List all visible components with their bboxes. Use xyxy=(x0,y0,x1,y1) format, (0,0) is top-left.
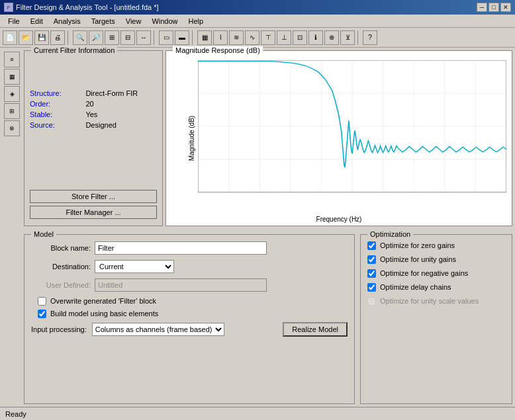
opt-negative-gains-checkbox[interactable] xyxy=(367,269,376,278)
order-key: Order: xyxy=(30,100,80,108)
toolbar-analysis7[interactable]: ⊡ xyxy=(293,30,307,45)
user-defined-input[interactable] xyxy=(95,278,267,292)
destination-select[interactable]: Current New xyxy=(95,260,174,273)
block-name-label: Block name: xyxy=(31,244,91,252)
source-value: Designed xyxy=(85,121,157,129)
input-proc-select[interactable]: Columns as channels (frame based) Elemen… xyxy=(92,323,224,336)
toolbar-zoom-fit[interactable]: ⊟ xyxy=(120,30,135,45)
menu-window[interactable]: Window xyxy=(146,16,183,26)
filter-buttons: Store Filter ... Filter Manager ... xyxy=(30,190,157,219)
toolbar-save[interactable]: 💾 xyxy=(34,30,49,45)
optimization-panel-label: Optimization xyxy=(367,230,413,238)
order-value: 20 xyxy=(85,100,157,108)
menu-file[interactable]: File xyxy=(3,16,25,26)
stable-value: Yes xyxy=(85,110,157,118)
build-model-checkbox[interactable] xyxy=(38,310,46,318)
toolbar-open[interactable]: 📂 xyxy=(19,30,33,45)
toolbar-sep2 xyxy=(154,30,156,45)
sidebar-btn-5[interactable]: ⊗ xyxy=(4,120,20,136)
opt-unity-gains-label[interactable]: Optimize for unity gains xyxy=(380,255,456,263)
filter-manager-button[interactable]: Filter Manager ... xyxy=(30,206,157,219)
toolbar-analysis6[interactable]: ⊥ xyxy=(277,30,291,45)
x-axis-label: Frequency (Hz) xyxy=(316,216,362,223)
stable-key: Stable: xyxy=(30,110,80,118)
user-defined-row: User Defined: xyxy=(31,278,348,292)
block-name-row: Block name: xyxy=(31,241,348,255)
y-axis-label: Magnitude (dB) xyxy=(188,116,195,161)
filter-properties: Structure: Direct-Form FIR Order: 20 Sta… xyxy=(30,89,157,129)
toolbar-zoom-x[interactable]: ↔ xyxy=(136,30,151,45)
toolbar-zoom-in[interactable]: 🔍 xyxy=(73,30,87,45)
model-panel: Model Block name: Destination: Current N… xyxy=(24,234,355,405)
filter-info-label: Current Filter Information xyxy=(31,46,117,54)
title-bar: F Filter Design & Analysis Tool - [untit… xyxy=(0,0,515,15)
toolbar-analysis9[interactable]: ⊕ xyxy=(324,30,339,45)
toolbar-sep1 xyxy=(68,30,70,45)
sidebar-btn-3[interactable]: ◈ xyxy=(4,86,20,102)
input-proc-label: Input processing: xyxy=(31,325,87,333)
toolbar-analysis4[interactable]: ∿ xyxy=(245,30,259,45)
opt-delay-chains-row: Optimize delay chains xyxy=(367,283,505,292)
overwrite-checkbox[interactable] xyxy=(38,297,46,306)
overwrite-row: Overwrite generated 'Filter' block xyxy=(31,297,348,306)
opt-delay-chains-label[interactable]: Optimize delay chains xyxy=(380,283,451,291)
build-model-row: Build model using basic elements xyxy=(31,310,348,318)
opt-zero-gains-checkbox[interactable] xyxy=(367,241,376,250)
filter-info-panel: Current Filter Information Structure: Di… xyxy=(24,50,163,226)
opt-zero-gains-row: Optimize for zero gains xyxy=(367,241,505,250)
toolbar-print[interactable]: 🖨 xyxy=(50,30,65,45)
toolbar-analysis8[interactable]: ℹ xyxy=(308,30,323,45)
chart-container: Magnitude (dB) Frequency (Hz) xyxy=(166,51,512,226)
destination-label: Destination: xyxy=(31,263,91,271)
minimize-button[interactable]: ─ xyxy=(477,3,487,12)
build-model-label[interactable]: Build model using basic elements xyxy=(50,310,158,317)
toolbar-new[interactable]: 📄 xyxy=(3,30,17,45)
realize-model-button[interactable]: Realize Model xyxy=(283,322,348,337)
status-text: Ready xyxy=(5,410,26,418)
opt-unity-gains-row: Optimize for unity gains xyxy=(367,255,505,264)
menu-edit[interactable]: Edit xyxy=(25,16,48,26)
toolbar-zoom-out[interactable]: 🔎 xyxy=(89,30,103,45)
optimization-panel: Optimization Optimize for zero gains Opt… xyxy=(360,234,512,405)
left-sidebar: ≡ ▦ ◈ ⊞ ⊗ xyxy=(3,50,21,404)
toolbar-toggle2[interactable]: ▬ xyxy=(175,30,189,45)
structure-key: Structure: xyxy=(30,89,80,97)
toolbar-analysis5[interactable]: ⊤ xyxy=(261,30,275,45)
sidebar-btn-2[interactable]: ▦ xyxy=(4,69,20,85)
store-filter-button[interactable]: Store Filter ... xyxy=(30,190,157,203)
toolbar-sep4 xyxy=(357,30,360,45)
magnitude-chart: 0 -20 -40 -60 0 50 100 150 200 250 300 3… xyxy=(198,60,506,192)
opt-zero-gains-label[interactable]: Optimize for zero gains xyxy=(380,241,455,249)
menu-view[interactable]: View xyxy=(120,16,147,26)
structure-value: Direct-Form FIR xyxy=(85,89,157,97)
menu-targets[interactable]: Targets xyxy=(86,16,120,26)
sidebar-btn-1[interactable]: ≡ xyxy=(4,52,20,67)
toolbar-help[interactable]: ? xyxy=(363,30,377,45)
opt-unity-scale-label: Optimize for unity scale values xyxy=(380,297,479,305)
toolbar-analysis3[interactable]: ≋ xyxy=(229,30,244,45)
opt-negative-gains-label[interactable]: Optimize for negative gains xyxy=(380,269,468,277)
destination-row: Destination: Current New xyxy=(31,260,348,273)
toolbar-analysis1[interactable]: ▦ xyxy=(197,30,212,45)
toolbar-analysis2[interactable]: ⌇ xyxy=(213,30,228,45)
toolbar-toggle1[interactable]: ▭ xyxy=(159,30,173,45)
opt-unity-scale-checkbox[interactable] xyxy=(367,297,376,306)
close-button[interactable]: ✕ xyxy=(500,3,511,12)
chart-panel: Magnitude Response (dB) Magnitude (dB) F… xyxy=(165,50,512,226)
content-wrapper: Current Filter Information Structure: Di… xyxy=(24,50,512,404)
maximize-button[interactable]: □ xyxy=(489,3,499,12)
toolbar-zoom-full[interactable]: ⊞ xyxy=(105,30,119,45)
overwrite-label[interactable]: Overwrite generated 'Filter' block xyxy=(50,297,156,305)
block-name-input[interactable] xyxy=(95,241,267,255)
opt-unity-scale-row: Optimize for unity scale values xyxy=(367,297,505,306)
window-title: Filter Design & Analysis Tool - [untitle… xyxy=(16,3,159,11)
menu-analysis[interactable]: Analysis xyxy=(48,16,86,26)
opt-delay-chains-checkbox[interactable] xyxy=(367,283,376,292)
menu-help[interactable]: Help xyxy=(183,16,209,26)
opt-unity-gains-checkbox[interactable] xyxy=(367,255,376,264)
lower-section: Model Block name: Destination: Current N… xyxy=(24,229,512,405)
menu-bar: File Edit Analysis Targets View Window H… xyxy=(0,15,515,28)
opt-negative-gains-row: Optimize for negative gains xyxy=(367,269,505,278)
toolbar-analysis10[interactable]: ⊻ xyxy=(340,30,355,45)
sidebar-btn-4[interactable]: ⊞ xyxy=(4,103,20,119)
